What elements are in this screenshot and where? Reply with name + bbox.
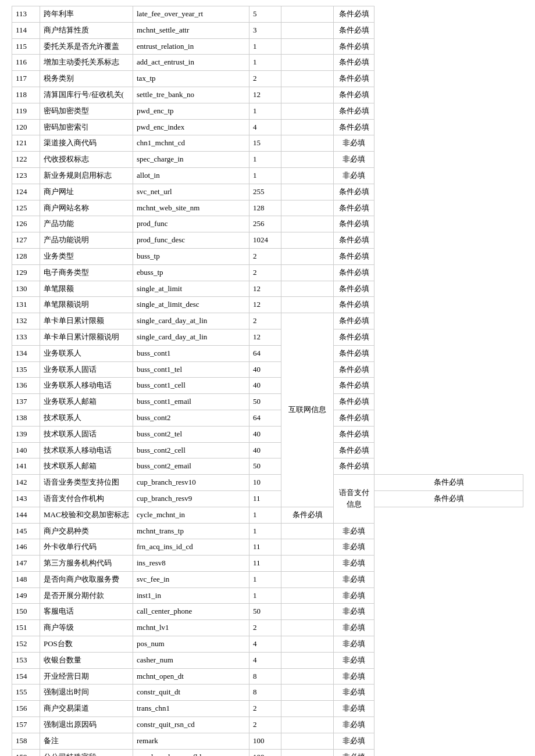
field-chinese-name: 外卡收单行代码 [40, 539, 133, 556]
row-number: 118 [12, 87, 40, 103]
table-row: 135业务联系人固话buss_cont1_tel40条件必填 [12, 361, 523, 378]
field-english-name: svc_net_url [133, 184, 249, 200]
group-label-empty [281, 216, 334, 232]
field-english-name: pwd_enc_tp [133, 103, 249, 119]
field-chinese-name: 强制退出时间 [40, 685, 133, 701]
field-english-name: spec_charge_in [133, 152, 249, 168]
requirement-label: 条件必填 [374, 475, 523, 491]
field-length: 100 [249, 733, 281, 749]
field-length: 12 [249, 329, 281, 345]
row-number: 153 [12, 652, 40, 668]
requirement-label: 非必填 [334, 685, 374, 701]
field-length: 1024 [249, 232, 281, 249]
group-label-empty [281, 749, 334, 756]
table-row: 129电子商务类型ebuss_tp2条件必填 [12, 264, 523, 281]
row-number: 127 [12, 232, 40, 249]
field-english-name: constr_quit_dt [133, 685, 249, 701]
field-english-name: casher_num [133, 652, 249, 668]
field-english-name: frn_acq_ins_id_cd [133, 539, 249, 556]
group-label-empty [281, 232, 334, 249]
group-label-empty [281, 264, 334, 281]
requirement-label: 非必填 [334, 152, 374, 168]
requirement-label: 条件必填 [374, 490, 523, 507]
group-label-empty [281, 604, 334, 620]
field-length: 255 [249, 184, 281, 200]
group-label-empty [281, 652, 334, 668]
field-chinese-name: 开业经营日期 [40, 668, 133, 685]
field-english-name: single_at_limit [133, 281, 249, 297]
row-number: 157 [12, 717, 40, 733]
row-number: 130 [12, 281, 40, 297]
requirement-label: 非必填 [334, 587, 374, 604]
requirement-label: 非必填 [334, 523, 374, 539]
field-chinese-name: 语音业务类型支持位图 [40, 475, 133, 491]
requirement-label: 非必填 [334, 604, 374, 620]
field-chinese-name: MAC校验和交易加密标志 [40, 507, 133, 523]
field-chinese-name: 商户交易种类 [40, 523, 133, 539]
group-label-empty [281, 636, 334, 653]
requirement-label: 条件必填 [334, 200, 374, 216]
table-row: 148是否向商户收取服务费svc_fee_in1非必填 [12, 571, 523, 587]
row-number: 151 [12, 620, 40, 636]
field-english-name: prod_func [133, 216, 249, 232]
table-row: 136业务联系人移动电话buss_cont1_cell40条件必填 [12, 378, 523, 394]
field-length: 2 [249, 620, 281, 636]
requirement-label: 非必填 [334, 668, 374, 685]
table-row: 143语音支付合作机构cup_branch_resv911条件必填 [12, 490, 523, 507]
row-number: 159 [12, 749, 40, 756]
field-length: 4 [249, 652, 281, 668]
field-english-name: buss_cont1_cell [133, 378, 249, 394]
row-number: 128 [12, 248, 40, 264]
row-number: 116 [12, 55, 40, 71]
requirement-label: 条件必填 [334, 184, 374, 200]
field-length: 1 [249, 167, 281, 184]
row-number: 142 [12, 475, 40, 491]
field-chinese-name: 业务联系人 [40, 345, 133, 361]
field-english-name: cycle_mchnt_in [133, 507, 249, 523]
row-number: 114 [12, 22, 40, 38]
group-label-empty [281, 152, 334, 168]
field-length: 1 [249, 103, 281, 119]
row-number: 134 [12, 345, 40, 361]
row-number: 154 [12, 668, 40, 685]
requirement-label: 条件必填 [334, 297, 374, 313]
field-chinese-name: 单卡单日累计限额 [40, 313, 133, 329]
field-chinese-name: 收银台数量 [40, 652, 133, 668]
group-label-empty [281, 685, 334, 701]
requirement-label: 条件必填 [334, 442, 374, 458]
row-number: 132 [12, 313, 40, 329]
row-number: 150 [12, 604, 40, 620]
field-english-name: ins_resv8 [133, 556, 249, 572]
field-chinese-name: 是否向商户收取服务费 [40, 571, 133, 587]
group-label-empty [281, 87, 334, 103]
field-english-name: single_at_limit_desc [133, 297, 249, 313]
group-label-empty [281, 6, 334, 23]
table-row: 151商户等级mchnt_lv12非必填 [12, 620, 523, 636]
requirement-label: 条件必填 [334, 313, 374, 329]
table-row: 139技术联系人固话buss_cont2_tel40条件必填 [12, 426, 523, 442]
group-label-empty [281, 200, 334, 216]
field-chinese-name: 单笔限额 [40, 281, 133, 297]
group-label: 语音支付信息 [334, 475, 374, 523]
row-number: 143 [12, 490, 40, 507]
group-label-empty [281, 539, 334, 556]
table-row: 141技术联系人邮箱buss_cont2_email50条件必填 [12, 458, 523, 475]
requirement-label: 非必填 [334, 167, 374, 184]
table-row: 152POS台数pos_num4非必填 [12, 636, 523, 653]
field-chinese-name: 业务联系人邮箱 [40, 394, 133, 410]
field-english-name: call_center_phone [133, 604, 249, 620]
field-english-name: chn1_mchnt_cd [133, 135, 249, 152]
row-number: 135 [12, 361, 40, 378]
field-length: 11 [249, 556, 281, 572]
requirement-label: 非必填 [334, 701, 374, 717]
data-table: 113跨年利率late_fee_over_year_rt5条件必填114商户结算… [12, 6, 523, 756]
field-chinese-name: 技术联系人移动电话 [40, 442, 133, 458]
field-english-name: cup_branch_spec_fld [133, 749, 249, 756]
field-length: 1 [249, 571, 281, 587]
field-english-name: buss_cont1 [133, 345, 249, 361]
field-length: 10 [249, 475, 281, 491]
field-chinese-name: 分公司特殊字段 [40, 749, 133, 756]
row-number: 125 [12, 200, 40, 216]
field-length: 1 [249, 587, 281, 604]
field-length: 64 [249, 345, 281, 361]
